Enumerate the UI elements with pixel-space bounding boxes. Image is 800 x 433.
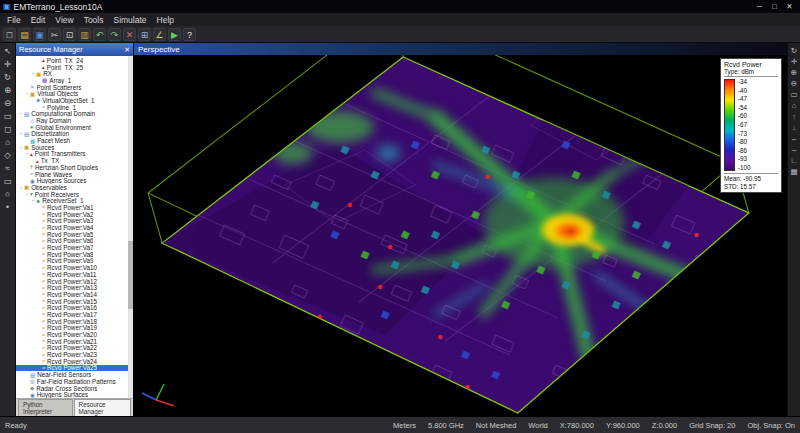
status-field: X:780.000 [560,421,594,430]
legend-tick: -93 [738,156,751,162]
tree-scrollbar-thumb[interactable] [128,241,133,309]
grid-icon[interactable]: ⊞ [138,28,151,41]
pwr-icon: ≈ [42,265,45,271]
help-icon[interactable]: ? [183,28,196,41]
polyline-tool-icon[interactable]: ≈ [1,162,14,174]
run-simulation-icon[interactable]: ▶ [168,28,181,41]
front-view-icon[interactable]: ◻ [1,123,14,135]
status-field: Grid Snap: 20 [689,421,735,430]
panel-close-icon[interactable]: ✕ [124,46,130,54]
globe-icon: ● [30,124,33,130]
measure-icon[interactable]: ∠ [153,28,166,41]
pwr-icon: ≈ [42,225,45,231]
pwr-icon: ≈ [42,218,45,224]
close-icon[interactable]: ✕ [782,2,797,11]
perspective-view-icon[interactable]: ◇ [1,149,14,161]
vobj-icon: ◈ [36,97,40,103]
zoom-out-icon[interactable]: ⊖ [1,97,14,109]
menu-edit[interactable]: Edit [26,15,51,25]
menu-view[interactable]: View [50,15,78,25]
zoom-fit-icon[interactable]: ▭ [1,110,14,122]
save-icon[interactable]: ▣ [33,28,46,41]
legend-colorbar [724,79,735,171]
select-icon[interactable]: ↖ [1,45,14,57]
cut-icon[interactable]: ✂ [48,28,61,41]
maximize-icon[interactable]: □ [767,2,782,11]
pwr-icon: ≈ [42,332,45,338]
viewport-title-bar: Perspective [134,43,787,55]
legend-mean: Mean: -90.95 [724,175,778,183]
menu-simulate[interactable]: Simulate [108,15,151,25]
statusbar: Ready Meters5.800 GHzNot MeshedWorldX:78… [0,416,800,433]
scene-3d[interactable]: Rcvd Power Type: dBm -34-40-47-54-60-67-… [134,55,787,416]
point-tool-icon[interactable]: • [1,201,14,213]
new-file-icon[interactable]: □ [3,28,16,41]
menu-tools[interactable]: Tools [79,15,109,25]
legend-tick: -86 [738,148,751,154]
tab-resource-manager[interactable]: Resource Manager [74,399,131,416]
zoom-extents-icon[interactable]: ▭ [790,90,797,99]
copy-icon[interactable]: ⊡ [63,28,76,41]
legend-tick: -73 [738,131,751,137]
axis-triad [142,384,174,406]
mesh-icon: ▦ [30,138,35,144]
zoom-in-icon[interactable]: ⊕ [1,84,14,96]
pan-icon[interactable]: ✛ [1,58,14,70]
axes-toggle-icon[interactable]: ∟ [790,156,797,165]
pwr-icon: ≈ [42,231,45,237]
undo-icon[interactable]: ↶ [93,28,106,41]
pwr-icon: ≈ [42,358,45,364]
view-left-icon[interactable]: ← [790,134,798,143]
tree-scrollbar[interactable] [128,56,133,398]
viewport-3d[interactable]: Perspective [134,43,787,416]
pwr-icon: ≈ [42,271,45,277]
tree-item[interactable]: −▣RX [16,70,133,77]
tx-icon: ▴ [42,64,45,70]
view-right-icon[interactable]: → [790,145,798,154]
redo-icon[interactable]: ↷ [108,28,121,41]
pwr-icon: ≈ [42,291,45,297]
pan-view-icon[interactable]: ✛ [791,57,797,66]
rset-icon: ◈ [36,198,40,204]
open-file-icon[interactable]: ▤ [18,28,31,41]
orbit-icon[interactable]: ↻ [791,46,797,55]
legend-tick: -40 [738,88,751,94]
pwr-icon: ≈ [42,251,45,257]
pwr-icon: ≈ [42,352,45,358]
viewport-toolbar-right: ↻✛⊕⊖▭⌂↑↓←→∟▦ [787,43,800,416]
virtual-object-outline [179,371,269,409]
menu-file[interactable]: File [2,15,26,25]
tree-item[interactable]: −▴Point Transmitters [16,151,133,158]
top-view-icon[interactable]: ⌂ [1,136,14,148]
rectangle-tool-icon[interactable]: ▭ [1,175,14,187]
tree-item[interactable]: ▴Point_TX_25 [16,64,133,71]
tab-python-interpreter[interactable]: Python Interpreter [18,399,73,416]
circle-tool-icon[interactable]: ○ [1,188,14,200]
status-field: Not Meshed [476,421,516,430]
pwr-icon: ≈ [42,258,45,264]
paste-icon[interactable]: ▥ [78,28,91,41]
status-field: Y:960.000 [606,421,640,430]
legend-tick: -47 [738,96,751,102]
tree-item[interactable]: −▤Discretization [16,131,133,138]
home-view-icon[interactable]: ⌂ [792,101,797,110]
view-up-icon[interactable]: ↑ [792,112,796,121]
delete-icon[interactable]: ✕ [123,28,136,41]
tree-item[interactable]: −▤Computational Domain [16,111,133,118]
view-down-icon[interactable]: ↓ [792,123,796,132]
rcs-icon: ◆ [30,385,34,391]
display-options-icon[interactable]: ▦ [790,167,797,176]
folder-icon: ▣ [30,91,35,97]
legend-tick: -80 [738,139,751,145]
zoom-out-icon[interactable]: ⊖ [791,79,797,88]
minimize-icon[interactable]: ─ [752,2,767,11]
legend-tick: -67 [738,122,751,128]
menu-help[interactable]: Help [152,15,179,25]
status-field: World [528,421,547,430]
scene-canvas [134,55,787,416]
zoom-in-icon[interactable]: ⊕ [791,68,797,77]
tree-item[interactable]: †Hertzian Short Dipoles [16,164,133,171]
pwr-icon: ≈ [42,318,45,324]
pwr-icon: ≈ [42,311,45,317]
rotate-view-icon[interactable]: ↻ [1,71,14,83]
